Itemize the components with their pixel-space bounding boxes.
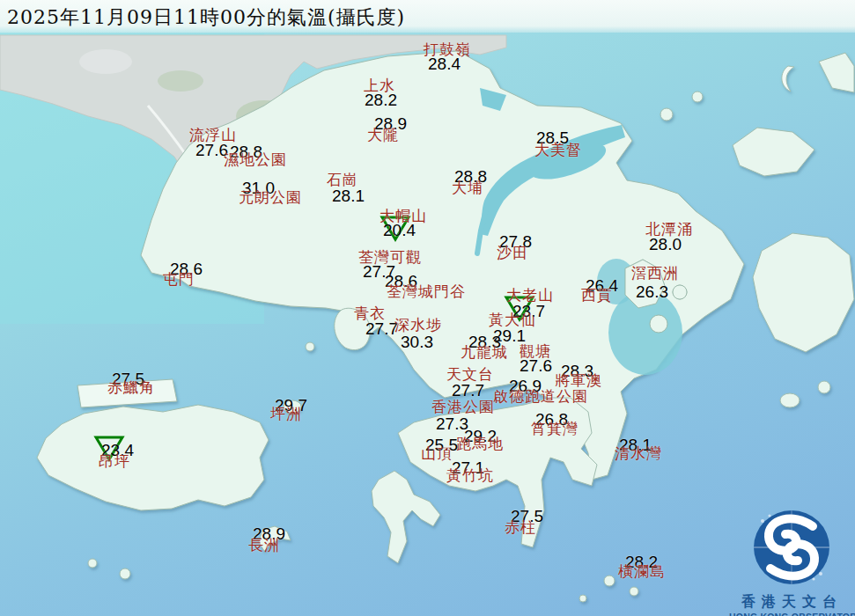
- station-name: 上水: [364, 78, 395, 93]
- station-name: 觀塘: [520, 344, 551, 359]
- station-name: 濕地公園: [224, 152, 287, 167]
- station-name: 荃灣可觀: [358, 250, 422, 265]
- station-name: 筲箕灣: [531, 422, 579, 436]
- station-name: 西貢: [581, 288, 613, 303]
- station-name: 北潭涌: [645, 222, 693, 237]
- station-name: 大老山: [506, 288, 554, 303]
- station-temperature: 27.7: [365, 320, 398, 337]
- station-name: 屯門: [163, 272, 195, 287]
- station-name: 天文台: [446, 367, 494, 382]
- station-name: 大美督: [534, 143, 582, 158]
- hko-logo: 香港天文台 HONG KONG OBSERVATORY: [729, 507, 855, 616]
- station-name: 大埔: [452, 180, 483, 195]
- station-name: 昂坪: [99, 454, 130, 469]
- station-temperature: 26.3: [636, 283, 668, 300]
- station-name: 山頂: [421, 446, 453, 461]
- station-name: 將軍澳: [555, 373, 602, 388]
- hko-temperature-map: 2025年11月09日11時00分的氣溫(攝氏度) 28.4打鼓嶺28.2上水2…: [0, 0, 855, 616]
- station-name: 深水埗: [394, 318, 442, 333]
- station-name: 赤柱: [505, 520, 536, 535]
- station-name: 荃灣城門谷: [387, 284, 466, 299]
- station-name: 打鼓嶺: [424, 42, 471, 57]
- station-name: 石崗: [327, 172, 358, 187]
- station-name: 香港公園: [431, 400, 495, 414]
- station-name: 九龍城: [461, 345, 508, 360]
- station-name: 橫瀾島: [618, 564, 666, 579]
- station-name: 赤鱲角: [107, 380, 155, 395]
- station-name: 黃竹坑: [446, 468, 494, 483]
- station-name: 跑馬地: [456, 436, 504, 451]
- station-name: 元朗公園: [239, 190, 302, 205]
- station-name: 青衣: [354, 306, 386, 321]
- station-name: 長洲: [248, 538, 280, 553]
- hko-logo-icon: [729, 507, 855, 588]
- station-temperature: 28.1: [332, 187, 365, 204]
- stations-layer: 28.4打鼓嶺28.2上水28.9大隴27.6流浮山28.8濕地公園31.0元朗…: [0, 0, 855, 616]
- station-temperature: 27.7: [452, 382, 484, 399]
- station-name: 啟德跑道公園: [493, 389, 588, 404]
- station-name: 流浮山: [189, 128, 237, 143]
- station-name: 滘西洲: [631, 266, 679, 281]
- station-name: 沙田: [497, 246, 528, 260]
- hko-logo-english: HONG KONG OBSERVATORY: [729, 612, 855, 616]
- station-temperature: 28.0: [649, 236, 682, 253]
- station-name: 大帽山: [380, 209, 427, 224]
- station-name: 大隴: [367, 128, 399, 143]
- station-name: 黃大仙: [489, 312, 536, 327]
- station-temperature: 30.3: [401, 334, 433, 350]
- station-name: 清水灣: [615, 446, 662, 461]
- hko-logo-chinese: 香港天文台: [729, 593, 855, 612]
- station-name: 坪洲: [270, 407, 302, 422]
